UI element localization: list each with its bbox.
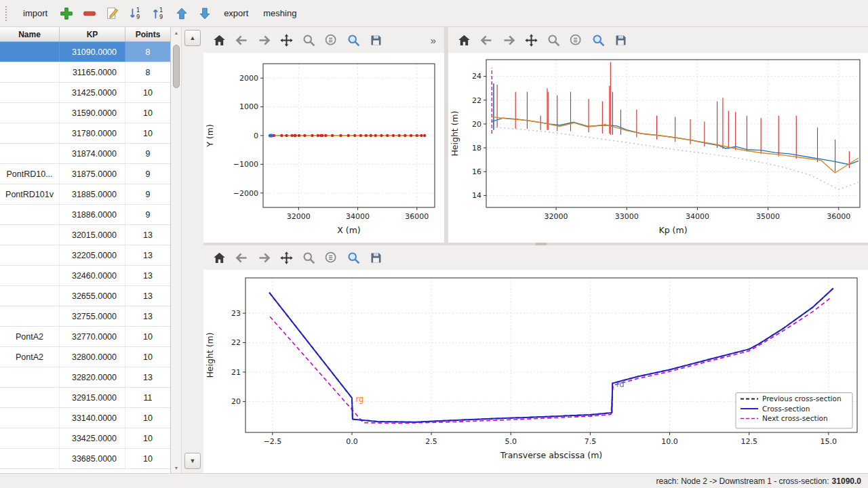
splitter-handle[interactable]	[536, 243, 547, 245]
move-down-button[interactable]	[194, 3, 216, 24]
export-button[interactable]: export	[217, 4, 255, 22]
zoom-rect-button[interactable]	[344, 31, 362, 49]
zoom-button[interactable]	[545, 31, 562, 49]
home-button[interactable]	[455, 31, 473, 49]
cell-kp[interactable]: 32800.0000	[60, 347, 125, 367]
cell-points[interactable]: 8	[125, 62, 170, 82]
cell-kp[interactable]: 31090.0000	[60, 42, 125, 62]
table-row[interactable]: 33685.000010	[0, 449, 170, 469]
table-row[interactable]: 31874.00009	[0, 144, 170, 164]
table-row[interactable]: 31886.00009	[0, 205, 170, 225]
profile-figure-canvas[interactable]: 3200033000340003500036000141618202224Kp …	[448, 53, 868, 243]
pan-button[interactable]	[522, 31, 540, 49]
cell-points[interactable]: 8	[125, 42, 170, 62]
cell-points[interactable]: 9	[125, 144, 170, 163]
cross-section-figure-canvas[interactable]: −2.50.02.55.07.510.012.515.020212223Tran…	[203, 270, 868, 473]
pan-button[interactable]	[277, 249, 295, 266]
toolbar-overflow-chevron[interactable]: »	[431, 35, 437, 46]
edit-cross-section-button[interactable]	[102, 3, 123, 24]
cell-name[interactable]	[0, 103, 60, 123]
table-row[interactable]: PontA232800.000010	[0, 347, 170, 367]
cell-name[interactable]	[0, 449, 60, 468]
cell-kp[interactable]: 31780.0000	[60, 123, 125, 143]
cell-points[interactable]: 13	[125, 367, 170, 387]
table-row[interactable]: 31165.00008	[0, 62, 170, 83]
cell-kp[interactable]: 31165.0000	[60, 62, 125, 82]
meshing-button[interactable]: meshing	[256, 4, 303, 22]
cell-points[interactable]: 10	[125, 103, 170, 123]
edit-axes-button[interactable]	[567, 31, 585, 49]
sort-ascending-button[interactable]: 19	[148, 3, 170, 24]
cell-kp[interactable]: 32015.0000	[60, 225, 125, 245]
cell-name[interactable]	[0, 286, 60, 306]
cell-kp[interactable]: 32655.0000	[60, 286, 125, 306]
cell-kp[interactable]: 32820.0000	[60, 367, 125, 387]
back-button[interactable]	[233, 31, 250, 49]
cell-kp[interactable]: 33425.0000	[60, 428, 125, 448]
cell-kp[interactable]: 31425.0000	[60, 83, 125, 102]
cell-points[interactable]: 9	[125, 164, 170, 184]
cell-points[interactable]: 9	[125, 184, 170, 204]
cell-points[interactable]: 13	[125, 286, 170, 306]
sort-descending-button[interactable]: 19	[125, 3, 146, 24]
table-row[interactable]: 31425.000010	[0, 83, 170, 103]
cell-name[interactable]: PontA2	[0, 347, 60, 367]
table-row[interactable]: PontRD101v31885.00009	[0, 184, 170, 205]
table-row[interactable]: 31780.000010	[0, 123, 170, 144]
cell-points[interactable]: 13	[125, 225, 170, 245]
cell-name[interactable]	[0, 266, 60, 285]
cell-points[interactable]: 10	[125, 408, 170, 428]
zoom-button[interactable]	[300, 249, 317, 266]
cell-name[interactable]	[0, 123, 60, 143]
cell-points[interactable]: 10	[125, 83, 170, 102]
scrollbar-down-button[interactable]: ▼	[172, 464, 180, 472]
home-button[interactable]	[210, 249, 228, 266]
cell-name[interactable]	[0, 83, 60, 102]
edit-axes-button[interactable]	[322, 31, 340, 49]
cell-points[interactable]: 10	[125, 327, 170, 346]
cell-name[interactable]	[0, 428, 60, 448]
cell-kp[interactable]: 31874.0000	[60, 144, 125, 163]
cell-name[interactable]	[0, 144, 60, 163]
cell-kp[interactable]: 31885.0000	[60, 184, 125, 204]
cell-kp[interactable]: 32915.0000	[60, 388, 125, 407]
cell-points[interactable]: 11	[125, 388, 170, 407]
next-section-button[interactable]: ▼	[184, 453, 201, 469]
table-row[interactable]: 32015.000013	[0, 225, 170, 245]
cell-name[interactable]	[0, 408, 60, 428]
cell-points[interactable]: 13	[125, 245, 170, 265]
cell-name[interactable]	[0, 42, 60, 62]
move-up-button[interactable]	[171, 3, 193, 24]
scrollbar-thumb[interactable]	[173, 45, 180, 88]
cell-points[interactable]: 10	[125, 123, 170, 143]
cell-name[interactable]	[0, 367, 60, 387]
cell-name[interactable]	[0, 225, 60, 245]
cell-points[interactable]: 9	[125, 205, 170, 224]
table-row[interactable]: 32820.000013	[0, 367, 170, 388]
cell-kp[interactable]: 32770.0000	[60, 327, 125, 346]
table-row[interactable]: 33425.000010	[0, 428, 170, 449]
remove-cross-section-button[interactable]	[79, 3, 100, 24]
back-button[interactable]	[477, 31, 495, 49]
back-button[interactable]	[233, 249, 250, 266]
add-cross-section-button[interactable]	[56, 3, 77, 24]
table-row[interactable]: 32205.000013	[0, 245, 170, 266]
table-row[interactable]: 31090.00008	[0, 42, 170, 62]
cell-points[interactable]: 13	[125, 306, 170, 326]
forward-button[interactable]	[500, 31, 517, 49]
column-header-points[interactable]: Points	[125, 27, 170, 41]
cell-name[interactable]: PontRD10...	[0, 164, 60, 184]
previous-section-button[interactable]: ▲	[184, 30, 201, 46]
pan-button[interactable]	[277, 31, 295, 49]
table-row[interactable]: 31590.000010	[0, 103, 170, 123]
table-row[interactable]: 32915.000011	[0, 388, 170, 408]
edit-axes-button[interactable]	[322, 249, 340, 266]
cell-points[interactable]: 10	[125, 428, 170, 448]
table-row[interactable]: 32655.000013	[0, 286, 170, 306]
table-row[interactable]: PontA232770.000010	[0, 327, 170, 347]
forward-button[interactable]	[255, 31, 273, 49]
table-scrollbar[interactable]: ▲ ▼	[171, 27, 182, 473]
cell-kp[interactable]: 32755.0000	[60, 306, 125, 326]
cell-name[interactable]	[0, 205, 60, 224]
cell-kp[interactable]: 31590.0000	[60, 103, 125, 123]
